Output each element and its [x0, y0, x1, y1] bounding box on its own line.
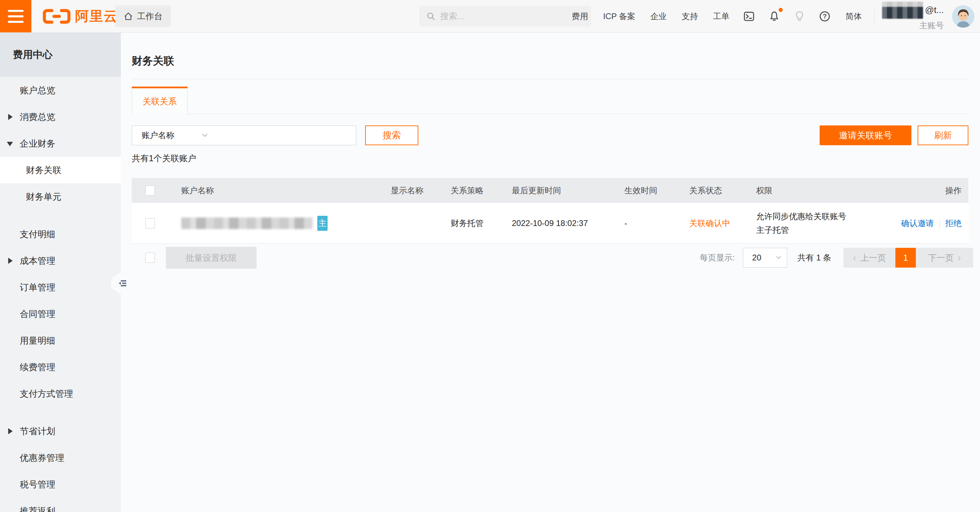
- sidebar-item-label: 税号管理: [20, 479, 55, 491]
- notification-dot: [779, 8, 783, 12]
- column-account-name: 账户名称: [169, 185, 391, 196]
- row-checkbox[interactable]: [145, 218, 155, 228]
- lightbulb-icon[interactable]: [794, 11, 805, 22]
- workbench-label: 工作台: [137, 11, 163, 22]
- per-page-select[interactable]: 20: [743, 248, 787, 268]
- aliyun-bracket-icon: [41, 8, 72, 25]
- account-divider: [874, 8, 875, 25]
- sidebar-item-spend-overview[interactable]: 消费总览: [0, 104, 121, 130]
- sidebar-item-account-overview[interactable]: 账户总览: [0, 77, 121, 104]
- footer-checkbox[interactable]: [145, 253, 155, 263]
- sidebar-item-label: 节省计划: [20, 425, 55, 437]
- avatar[interactable]: [952, 5, 975, 28]
- sidebar-item-label: 推荐返利: [20, 505, 55, 512]
- sidebar-item-tax-id-management[interactable]: 税号管理: [0, 471, 121, 498]
- table-row: 主 财务托管 2022-10-09 18:02:37 - 关联确认中 允许同步优…: [132, 203, 969, 244]
- sidebar-item-label: 支付明细: [20, 228, 55, 240]
- header-divider: [108, 10, 108, 23]
- linked-account-count: 共有1个关联账户: [132, 153, 196, 164]
- sidebar-item-label: 用量明细: [20, 335, 55, 347]
- next-page-button[interactable]: 下一页 ›: [916, 248, 973, 268]
- brand-name: 阿里云: [75, 7, 118, 25]
- sidebar: 费用中心 账户总览 消费总览 企业财务 财务关联 财务单元 支付明细 成本管理 …: [0, 33, 121, 512]
- sidebar-item-financial-unit[interactable]: 财务单元: [0, 183, 121, 210]
- tab-association-relations[interactable]: 关联关系: [132, 87, 188, 114]
- sidebar-item-renewal-management[interactable]: 续费管理: [0, 354, 121, 380]
- title-divider: [132, 79, 969, 79]
- sidebar-item-label: 消费总览: [20, 111, 55, 123]
- home-icon: [124, 11, 133, 21]
- account-name-suffix: @t...: [925, 5, 944, 15]
- filter-field-label: 账户名称: [142, 130, 174, 141]
- previous-page-button[interactable]: ‹ 上一页: [843, 248, 896, 268]
- next-page-label: 下一页: [928, 252, 954, 263]
- sidebar-item-cost-management[interactable]: 成本管理: [0, 247, 121, 274]
- refresh-button[interactable]: 刷新: [918, 125, 969, 145]
- chevron-down-icon: [202, 133, 208, 137]
- sidebar-item-label: 订单管理: [20, 282, 55, 293]
- previous-page-label: 上一页: [860, 252, 886, 263]
- sidebar-item-payment-details[interactable]: 支付明细: [0, 221, 121, 247]
- table-header-row: 账户名称 显示名称 关系策略 最后更新时间 生效时间 关系状态 权限 操作: [132, 178, 969, 203]
- sidebar-item-label: 成本管理: [20, 255, 55, 267]
- header-right-nav: 费用 ICP 备案 企业 支持 工单: [557, 0, 975, 32]
- table-footer: 批量设置权限 每页显示: 20 共有 1 条 ‹ 上一页 1 下一页 ›: [132, 247, 973, 269]
- current-page-button[interactable]: 1: [896, 248, 916, 268]
- action-divider: [939, 219, 940, 228]
- pager: ‹ 上一页 1 下一页 ›: [843, 248, 973, 268]
- column-relation-status: 关系状态: [689, 185, 756, 196]
- nav-billing[interactable]: 费用: [571, 11, 588, 22]
- relation-status-badge: 关联确认中: [689, 219, 730, 228]
- chevron-right-icon: ›: [958, 252, 961, 263]
- per-page-value: 20: [752, 253, 761, 263]
- per-page-label: 每页显示:: [700, 252, 735, 263]
- column-effective-time: 生效时间: [624, 185, 689, 196]
- page-title: 财务关联: [132, 54, 174, 68]
- sidebar-item-label: 企业财务: [20, 138, 55, 150]
- search-button[interactable]: 搜索: [365, 125, 418, 145]
- linked-accounts-table: 账户名称 显示名称 关系策略 最后更新时间 生效时间 关系状态 权限 操作 主 …: [132, 178, 969, 244]
- sidebar-item-label: 支付方式管理: [20, 388, 73, 400]
- sidebar-item-coupon-management[interactable]: 优惠券管理: [0, 444, 121, 471]
- language-toggle[interactable]: 简体: [846, 11, 862, 22]
- primary-account-badge: 主: [317, 216, 328, 231]
- invite-linked-account-button[interactable]: 邀请关联账号: [819, 125, 912, 145]
- sidebar-item-payment-methods[interactable]: 支付方式管理: [0, 380, 121, 407]
- cell-last-updated: 2022-10-09 18:02:37: [512, 219, 624, 228]
- workbench-button[interactable]: 工作台: [115, 5, 170, 27]
- account-info[interactable]: @t... 主账号: [882, 2, 944, 31]
- sidebar-item-enterprise-finance[interactable]: 企业财务: [0, 130, 121, 157]
- nav-support[interactable]: 支持: [682, 11, 698, 22]
- search-icon: [426, 12, 435, 21]
- confirm-invitation-link[interactable]: 确认邀请: [901, 218, 934, 229]
- nav-enterprise[interactable]: 企业: [651, 11, 667, 22]
- nav-icp[interactable]: ICP 备案: [603, 11, 635, 22]
- reject-link[interactable]: 拒绝: [945, 218, 962, 229]
- batch-set-permissions-button[interactable]: 批量设置权限: [166, 247, 256, 269]
- permission-line: 允许同步优惠给关联账号: [756, 210, 901, 223]
- select-all-checkbox[interactable]: [145, 185, 155, 196]
- column-relation-policy: 关系策略: [451, 185, 512, 196]
- terminal-icon[interactable]: [743, 11, 755, 22]
- aliyun-logo[interactable]: 阿里云: [41, 0, 118, 32]
- sidebar-item-financial-association[interactable]: 财务关联: [0, 157, 121, 183]
- notifications-bell-icon[interactable]: [768, 11, 780, 22]
- help-icon[interactable]: ?: [819, 11, 830, 22]
- sidebar-item-referral-rebate[interactable]: 推荐返利: [0, 498, 121, 512]
- hamburger-menu-icon[interactable]: [0, 0, 32, 32]
- chevron-down-icon: [7, 142, 13, 146]
- chevron-down-icon: [776, 256, 781, 259]
- svg-text:?: ?: [823, 13, 826, 20]
- column-actions: 操作: [901, 185, 969, 196]
- sidebar-item-order-management[interactable]: 订单管理: [0, 274, 121, 301]
- nav-tickets[interactable]: 工单: [713, 11, 730, 22]
- sidebar-item-contract-management[interactable]: 合同管理: [0, 301, 121, 327]
- top-bar: 阿里云 工作台 搜索... 费用 ICP 备案 企业 支持 工单: [0, 0, 980, 33]
- aliyun-console-screen: 阿里云 工作台 搜索... 费用 ICP 备案 企业 支持 工单: [0, 0, 980, 512]
- sidebar-item-usage-details[interactable]: 用量明细: [0, 327, 121, 354]
- chevron-left-icon: ‹: [853, 252, 856, 263]
- filter-field-select[interactable]: 账户名称: [132, 125, 356, 145]
- chevron-right-icon: [8, 258, 13, 264]
- sidebar-item-savings-plan[interactable]: 节省计划: [0, 418, 121, 444]
- sidebar-item-label: 财务单元: [26, 191, 61, 203]
